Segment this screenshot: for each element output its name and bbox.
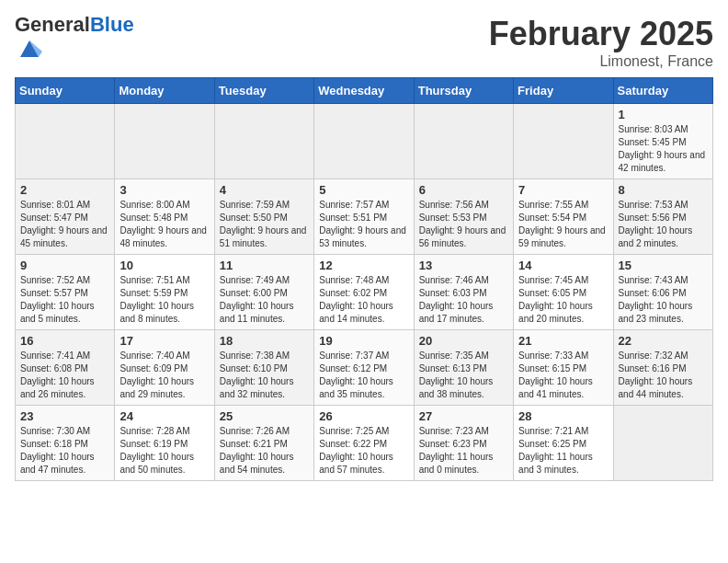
day-number: 9 (20, 259, 109, 272)
calendar-cell: 24Sunrise: 7:28 AM Sunset: 6:19 PM Dayli… (115, 406, 214, 481)
day-info: Sunrise: 7:59 AM Sunset: 5:50 PM Dayligh… (220, 199, 309, 250)
calendar-cell: 25Sunrise: 7:26 AM Sunset: 6:21 PM Dayli… (214, 406, 313, 481)
calendar-cell (613, 406, 712, 481)
calendar-week-row: 16Sunrise: 7:41 AM Sunset: 6:08 PM Dayli… (16, 330, 713, 406)
day-number: 16 (20, 334, 109, 348)
month-year-title: February 2025 (489, 15, 713, 53)
calendar-cell: 13Sunrise: 7:46 AM Sunset: 6:03 PM Dayli… (414, 255, 513, 330)
calendar-week-row: 1Sunrise: 8:03 AM Sunset: 5:45 PM Daylig… (16, 104, 713, 179)
day-info: Sunrise: 8:03 AM Sunset: 5:45 PM Dayligh… (619, 123, 708, 175)
day-info: Sunrise: 7:38 AM Sunset: 6:10 PM Dayligh… (220, 350, 309, 401)
logo-general: General (15, 13, 90, 36)
calendar-cell: 18Sunrise: 7:38 AM Sunset: 6:10 PM Dayli… (214, 330, 313, 406)
calendar-cell: 9Sunrise: 7:52 AM Sunset: 5:57 PM Daylig… (16, 255, 115, 330)
day-number: 3 (119, 183, 209, 197)
location-subtitle: Limonest, France (489, 53, 713, 70)
logo-icon (17, 35, 42, 61)
calendar-cell: 27Sunrise: 7:23 AM Sunset: 6:23 PM Dayli… (414, 406, 513, 481)
day-info: Sunrise: 7:33 AM Sunset: 6:15 PM Dayligh… (518, 350, 608, 401)
day-number: 12 (319, 259, 408, 272)
column-header-monday: Monday (115, 78, 214, 104)
day-info: Sunrise: 7:49 AM Sunset: 6:00 PM Dayligh… (220, 274, 309, 326)
column-header-friday: Friday (514, 78, 613, 104)
day-info: Sunrise: 7:35 AM Sunset: 6:13 PM Dayligh… (419, 350, 508, 401)
calendar-cell: 22Sunrise: 7:32 AM Sunset: 6:16 PM Dayli… (613, 330, 712, 406)
calendar-week-row: 2Sunrise: 8:01 AM Sunset: 5:47 PM Daylig… (16, 179, 713, 255)
day-info: Sunrise: 7:25 AM Sunset: 6:22 PM Dayligh… (319, 425, 408, 477)
calendar-week-row: 23Sunrise: 7:30 AM Sunset: 6:18 PM Dayli… (16, 406, 713, 481)
day-number: 27 (419, 409, 508, 423)
calendar-cell: 17Sunrise: 7:40 AM Sunset: 6:09 PM Dayli… (115, 330, 214, 406)
day-info: Sunrise: 7:53 AM Sunset: 5:56 PM Dayligh… (619, 199, 708, 250)
day-number: 17 (119, 334, 209, 348)
calendar-cell: 11Sunrise: 7:49 AM Sunset: 6:00 PM Dayli… (214, 255, 313, 330)
calendar-cell: 2Sunrise: 8:01 AM Sunset: 5:47 PM Daylig… (16, 179, 115, 255)
day-info: Sunrise: 7:56 AM Sunset: 5:53 PM Dayligh… (419, 199, 508, 250)
calendar-cell: 28Sunrise: 7:21 AM Sunset: 6:25 PM Dayli… (514, 406, 613, 481)
day-number: 4 (220, 183, 309, 197)
calendar-cell (514, 104, 613, 179)
day-number: 26 (319, 409, 408, 423)
day-info: Sunrise: 7:26 AM Sunset: 6:21 PM Dayligh… (220, 425, 309, 477)
calendar-cell: 6Sunrise: 7:56 AM Sunset: 5:53 PM Daylig… (414, 179, 513, 255)
day-number: 13 (419, 259, 508, 272)
day-number: 5 (319, 183, 408, 197)
day-info: Sunrise: 7:45 AM Sunset: 6:05 PM Dayligh… (518, 274, 608, 326)
day-info: Sunrise: 8:01 AM Sunset: 5:47 PM Dayligh… (20, 199, 109, 250)
day-info: Sunrise: 7:21 AM Sunset: 6:25 PM Dayligh… (518, 425, 608, 477)
day-number: 25 (220, 409, 309, 423)
logo-text: GeneralBlue (15, 15, 134, 35)
day-number: 21 (518, 334, 608, 348)
day-number: 1 (619, 108, 708, 121)
calendar-cell (16, 104, 115, 179)
day-info: Sunrise: 7:40 AM Sunset: 6:09 PM Dayligh… (119, 350, 209, 401)
calendar-cell (115, 104, 214, 179)
day-info: Sunrise: 7:48 AM Sunset: 6:02 PM Dayligh… (319, 274, 408, 326)
day-info: Sunrise: 8:00 AM Sunset: 5:48 PM Dayligh… (119, 199, 209, 250)
day-number: 15 (619, 259, 708, 272)
day-number: 18 (220, 334, 309, 348)
calendar-cell: 23Sunrise: 7:30 AM Sunset: 6:18 PM Dayli… (16, 406, 115, 481)
calendar-cell: 14Sunrise: 7:45 AM Sunset: 6:05 PM Dayli… (514, 255, 613, 330)
calendar-cell: 26Sunrise: 7:25 AM Sunset: 6:22 PM Dayli… (314, 406, 414, 481)
day-number: 7 (518, 183, 608, 197)
day-info: Sunrise: 7:57 AM Sunset: 5:51 PM Dayligh… (319, 199, 408, 250)
calendar-cell: 12Sunrise: 7:48 AM Sunset: 6:02 PM Dayli… (314, 255, 414, 330)
calendar-cell: 8Sunrise: 7:53 AM Sunset: 5:56 PM Daylig… (613, 179, 712, 255)
title-block: February 2025 Limonest, France (489, 15, 713, 70)
calendar-cell (214, 104, 313, 179)
day-info: Sunrise: 7:28 AM Sunset: 6:19 PM Dayligh… (119, 425, 209, 477)
column-header-wednesday: Wednesday (314, 78, 414, 104)
column-header-sunday: Sunday (16, 78, 115, 104)
day-info: Sunrise: 7:52 AM Sunset: 5:57 PM Dayligh… (20, 274, 109, 326)
day-number: 24 (119, 409, 209, 423)
day-info: Sunrise: 7:30 AM Sunset: 6:18 PM Dayligh… (20, 425, 109, 477)
day-number: 11 (220, 259, 309, 272)
day-info: Sunrise: 7:32 AM Sunset: 6:16 PM Dayligh… (619, 350, 708, 401)
day-number: 2 (20, 183, 109, 197)
column-header-saturday: Saturday (613, 78, 712, 104)
calendar-cell (414, 104, 513, 179)
calendar-cell: 10Sunrise: 7:51 AM Sunset: 5:59 PM Dayli… (115, 255, 214, 330)
column-header-tuesday: Tuesday (214, 78, 313, 104)
calendar-cell (314, 104, 414, 179)
logo-blue: Blue (90, 13, 134, 36)
calendar-cell: 7Sunrise: 7:55 AM Sunset: 5:54 PM Daylig… (514, 179, 613, 255)
calendar-cell: 21Sunrise: 7:33 AM Sunset: 6:15 PM Dayli… (514, 330, 613, 406)
calendar-cell: 3Sunrise: 8:00 AM Sunset: 5:48 PM Daylig… (115, 179, 214, 255)
page-header: GeneralBlue February 2025 Limonest, Fran… (15, 15, 713, 70)
day-number: 8 (619, 183, 708, 197)
calendar-cell: 1Sunrise: 8:03 AM Sunset: 5:45 PM Daylig… (613, 104, 712, 179)
day-number: 19 (319, 334, 408, 348)
day-number: 20 (419, 334, 508, 348)
day-info: Sunrise: 7:46 AM Sunset: 6:03 PM Dayligh… (419, 274, 508, 326)
day-info: Sunrise: 7:43 AM Sunset: 6:06 PM Dayligh… (619, 274, 708, 326)
column-header-thursday: Thursday (414, 78, 513, 104)
day-info: Sunrise: 7:37 AM Sunset: 6:12 PM Dayligh… (319, 350, 408, 401)
day-number: 6 (419, 183, 508, 197)
calendar-cell: 15Sunrise: 7:43 AM Sunset: 6:06 PM Dayli… (613, 255, 712, 330)
calendar-week-row: 9Sunrise: 7:52 AM Sunset: 5:57 PM Daylig… (16, 255, 713, 330)
day-info: Sunrise: 7:55 AM Sunset: 5:54 PM Dayligh… (518, 199, 608, 250)
calendar-cell: 16Sunrise: 7:41 AM Sunset: 6:08 PM Dayli… (16, 330, 115, 406)
day-number: 23 (20, 409, 109, 423)
